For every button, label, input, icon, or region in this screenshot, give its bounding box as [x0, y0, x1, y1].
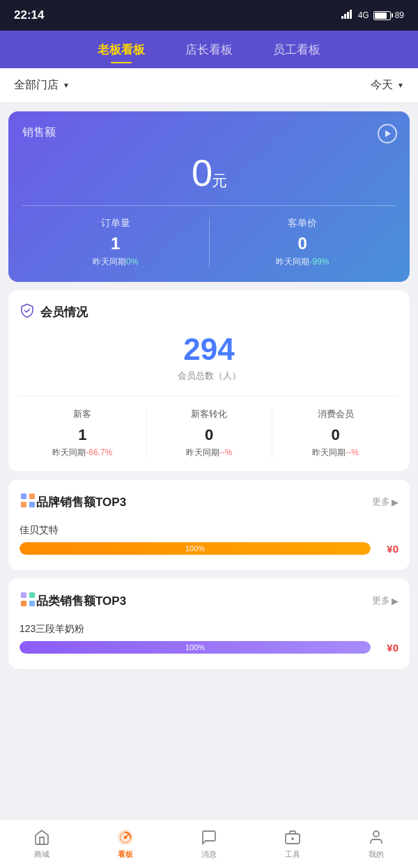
conversion-compare-label: 昨天同期	[186, 448, 219, 457]
category-top3-more[interactable]: 更多 ▶	[372, 594, 398, 607]
conversion-label: 新客转化	[146, 408, 272, 420]
date-filter-label: 今天	[371, 78, 393, 93]
bottom-nav-tools[interactable]: 工具	[251, 828, 334, 860]
filter-bar: 全部门店 ▼ 今天 ▼	[0, 68, 418, 103]
brand-top3-icon	[20, 492, 36, 512]
svg-rect-3	[350, 10, 352, 19]
category-top3-header: 品类销售额TOP3 更多 ▶	[20, 591, 398, 610]
tab-staff[interactable]: 员工看板	[270, 36, 323, 63]
svg-point-19	[373, 831, 379, 837]
top-nav: 老板看板 店长看板 员工看板	[0, 31, 418, 68]
price-compare-value: -99%	[309, 257, 329, 267]
price-compare-label: 昨天同期	[276, 257, 309, 267]
member-total-count: 294	[20, 332, 398, 367]
battery-icon	[373, 11, 391, 20]
message-label: 消息	[201, 849, 217, 860]
network-label: 4G	[358, 10, 369, 20]
brand-more-label: 更多	[372, 496, 390, 508]
orders-compare-label: 昨天同期	[93, 257, 126, 267]
orders-compare: 昨天同期0%	[22, 256, 209, 268]
brand-item-label: 佳贝艾特	[20, 524, 398, 537]
member-title: 会员情况	[40, 304, 88, 320]
tools-icon	[284, 828, 302, 846]
category-top3-icon	[20, 591, 36, 610]
brand-top3-header: 品牌销售额TOP3 更多 ▶	[20, 492, 398, 512]
sales-divider	[22, 205, 396, 206]
bottom-nav-store[interactable]: 商城	[0, 828, 84, 860]
brand-bar-row: 100% ¥0	[20, 542, 398, 555]
brand-item-0: 佳贝艾特 100% ¥0	[20, 524, 398, 555]
orders-compare-value: 0%	[126, 257, 138, 267]
category-top3-title: 品类销售额TOP3	[36, 593, 126, 609]
svg-rect-11	[21, 601, 26, 606]
sales-card: 销售额 0元 订单量 1 昨天同期0% 客单价 0 昨天同期-99%	[8, 111, 410, 282]
store-label: 商城	[34, 849, 49, 860]
svg-rect-2	[347, 12, 349, 19]
sales-unit: 元	[212, 172, 226, 189]
svg-rect-7	[21, 502, 26, 507]
consumer-value: 0	[272, 426, 398, 444]
status-time: 22:14	[14, 8, 44, 22]
consumer-label: 消费会员	[272, 408, 398, 420]
member-total-label: 会员总数（人）	[20, 370, 398, 382]
brand-top3-section: 品牌销售额TOP3 更多 ▶ 佳贝艾特 100% ¥0	[8, 480, 410, 570]
svg-rect-8	[29, 502, 35, 507]
tab-boss[interactable]: 老板看板	[95, 36, 148, 63]
conversion-compare-value: --%	[219, 448, 233, 457]
new-customer-compare-value: -66.7%	[86, 448, 112, 457]
category-more-label: 更多	[372, 594, 390, 607]
new-customer-value: 1	[20, 426, 146, 444]
orders-label: 订单量	[22, 217, 209, 230]
price-stat: 客单价 0 昨天同期-99%	[209, 217, 396, 268]
orders-value: 1	[22, 234, 209, 253]
bottom-nav-message[interactable]: 消息	[167, 828, 251, 860]
new-customer-compare-label: 昨天同期	[52, 448, 86, 457]
new-customer-compare: 昨天同期-66.7%	[20, 447, 146, 459]
store-filter-label: 全部门店	[14, 78, 59, 93]
signal-icon	[341, 10, 354, 21]
orders-stat: 订单量 1 昨天同期0%	[22, 217, 209, 268]
mine-label: 我的	[369, 849, 384, 860]
consumer-compare: 昨天同期--%	[272, 447, 398, 459]
price-label: 客单价	[210, 217, 396, 230]
category-more-arrow: ▶	[392, 596, 398, 606]
conversion-stat: 新客转化 0 昨天同期--%	[146, 408, 272, 459]
member-section-header: 会员情况	[20, 303, 398, 321]
category-bar-track: 100%	[20, 641, 371, 654]
consumer-stat: 消费会员 0 昨天同期--%	[272, 408, 398, 459]
svg-rect-1	[344, 14, 346, 19]
member-shield-icon	[20, 303, 35, 321]
store-filter[interactable]: 全部门店 ▼	[14, 78, 70, 93]
bottom-nav: 商城 看板 消息	[0, 819, 418, 868]
member-section: 会员情况 294 会员总数（人） 新客 1 昨天同期-66.7% 新客转化 0 …	[8, 290, 410, 471]
brand-more-arrow: ▶	[392, 497, 398, 507]
tab-manager[interactable]: 店长看板	[183, 36, 235, 63]
mine-icon	[367, 828, 385, 846]
new-customer-stat: 新客 1 昨天同期-66.7%	[20, 408, 146, 459]
category-item-label: 123三段羊奶粉	[20, 623, 398, 636]
consumer-compare-label: 昨天同期	[312, 448, 346, 457]
conversion-value: 0	[146, 426, 272, 444]
bottom-nav-dashboard[interactable]: 看板	[84, 828, 167, 860]
svg-rect-9	[21, 592, 26, 598]
sales-card-title: 销售额	[22, 125, 396, 140]
date-filter[interactable]: 今天 ▼	[371, 78, 404, 93]
sales-play-button[interactable]	[378, 124, 397, 143]
new-customer-label: 新客	[20, 408, 146, 420]
svg-marker-4	[385, 130, 391, 137]
brand-top3-title: 品牌销售额TOP3	[36, 494, 126, 510]
consumer-compare-value: --%	[346, 448, 359, 457]
svg-rect-12	[29, 601, 35, 606]
date-dropdown-arrow: ▼	[397, 81, 404, 89]
store-dropdown-arrow: ▼	[63, 81, 70, 89]
tools-label: 工具	[285, 849, 300, 860]
bottom-nav-mine[interactable]: 我的	[334, 828, 418, 860]
category-bar-row: 100% ¥0	[20, 641, 398, 654]
brand-top3-more[interactable]: 更多 ▶	[372, 496, 398, 508]
category-item-0: 123三段羊奶粉 100% ¥0	[20, 623, 398, 654]
sales-amount: 0元	[22, 151, 396, 194]
sales-stats: 订单量 1 昨天同期0% 客单价 0 昨天同期-99%	[22, 217, 396, 268]
svg-rect-10	[29, 592, 35, 598]
brand-bar-track: 100%	[20, 542, 371, 555]
sales-value: 0	[192, 152, 212, 194]
